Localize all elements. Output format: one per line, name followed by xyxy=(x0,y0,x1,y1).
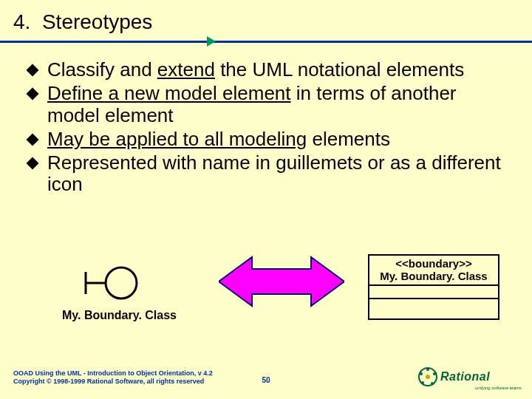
class-attr-compartment xyxy=(369,286,498,299)
svg-point-2 xyxy=(106,267,137,299)
class-stereotype: <<boundary>> xyxy=(371,257,497,270)
boundary-icon xyxy=(83,265,142,301)
rational-logo: Rational unifying software teams xyxy=(418,365,522,389)
uml-class-box: <<boundary>> My. Boundary. Class xyxy=(368,254,499,320)
logo-tagline: unifying software teams xyxy=(475,386,522,390)
list-item: May be applied to all modeling elements xyxy=(28,129,508,151)
svg-marker-3 xyxy=(219,257,344,306)
logo-icon xyxy=(418,367,437,386)
bullet-icon xyxy=(27,64,39,77)
bullet-icon xyxy=(27,157,39,169)
svg-point-8 xyxy=(431,382,434,385)
class-name: My. Boundary. Class xyxy=(371,270,497,282)
slide-number: 4. xyxy=(13,10,30,33)
rule-arrow-icon xyxy=(207,36,216,47)
slide-title-text: Stereotypes xyxy=(42,10,152,33)
svg-point-6 xyxy=(426,368,429,371)
double-arrow-icon xyxy=(219,256,344,310)
logo-text: Rational xyxy=(440,370,490,383)
title-rule xyxy=(0,41,532,43)
bullet-icon xyxy=(27,87,39,100)
svg-point-10 xyxy=(420,372,423,375)
svg-point-7 xyxy=(433,372,436,375)
svg-point-5 xyxy=(426,375,430,379)
svg-point-9 xyxy=(421,381,424,384)
footer-credit: OOAD Using the UML - Introduction to Obj… xyxy=(13,369,213,386)
list-item: Represented with name in guillemets or a… xyxy=(28,152,508,197)
slide-title: 4. Stereotypes xyxy=(13,10,532,34)
page-number: 50 xyxy=(262,376,270,384)
bullet-icon xyxy=(27,133,39,146)
list-item: Classify and extend the UML notational e… xyxy=(28,59,508,81)
bullet-list: Classify and extend the UML notational e… xyxy=(28,59,508,197)
list-item: Define a new model element in terms of a… xyxy=(28,83,508,127)
class-op-compartment xyxy=(369,299,498,318)
class-name-compartment: <<boundary>> My. Boundary. Class xyxy=(369,256,498,286)
boundary-icon-label: My. Boundary. Class xyxy=(62,309,177,322)
